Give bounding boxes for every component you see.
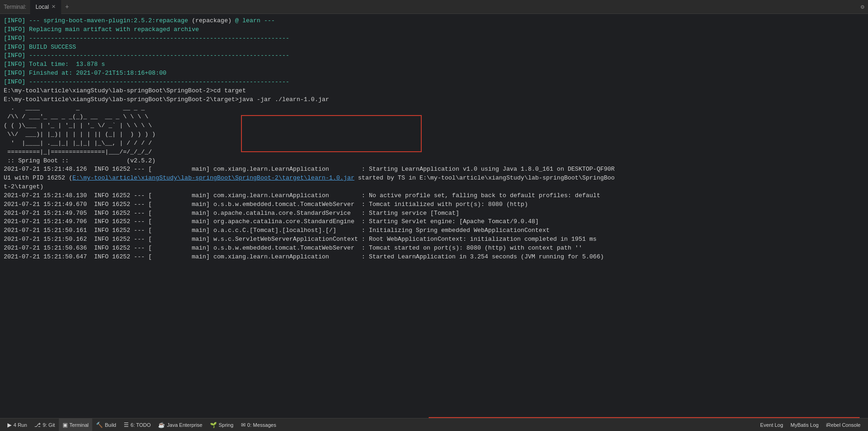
tab-add-button[interactable]: + bbox=[61, 3, 72, 11]
terminal-line: 2021-07-21 15:21:48.126 INFO 16252 --- [… bbox=[4, 165, 864, 174]
terminal-text: [INFO] ---------------------------------… bbox=[4, 52, 289, 59]
status-icon: 🌱 bbox=[210, 422, 217, 428]
terminal-text: \\/ ___)| |_)| | | | | || (_| | ) ) ) ) bbox=[4, 131, 156, 138]
terminal-line: 2021-07-21 15:21:50.161 INFO 16252 --- [… bbox=[4, 226, 864, 235]
status-icon: ⎇ bbox=[34, 422, 41, 428]
terminal-text: t-2\target) bbox=[4, 183, 44, 190]
status-icon: ☕ bbox=[158, 422, 165, 428]
terminal-text: [INFO] Finished at: 2021-07-21T15:18:16+… bbox=[4, 70, 166, 77]
terminal-line: . ____ _ __ _ _ bbox=[4, 104, 864, 113]
terminal-text: [INFO] Total time: 13.878 s bbox=[4, 61, 105, 68]
terminal-text: @ bbox=[232, 17, 242, 24]
status-icon: ✉ bbox=[241, 422, 246, 428]
terminal-line: [INFO] --- spring-boot-maven-plugin:2.5.… bbox=[4, 17, 864, 26]
status-label: 0: Messages bbox=[247, 422, 276, 428]
terminal-line: =========|_|===============|___/=/_/_/_/ bbox=[4, 148, 864, 157]
terminal-text: 2021-07-21 15:21:49.706 INFO 16252 --- [… bbox=[4, 218, 539, 225]
status-label: Terminal bbox=[70, 422, 89, 428]
terminal-line: [INFO] Total time: 13.878 s bbox=[4, 60, 864, 69]
terminal-text: learn bbox=[242, 17, 260, 24]
status-item-build[interactable]: 🔨Build bbox=[92, 418, 120, 431]
terminal-label: Terminal: bbox=[0, 4, 30, 10]
terminal-line: 2021-07-21 15:21:49.705 INFO 16252 --- [… bbox=[4, 209, 864, 218]
terminal-line: /\\ / ___'_ __ _ _(_)_ __ __ _ \ \ \ \ bbox=[4, 113, 864, 122]
terminal-text: [INFO] --- spring-boot-maven-plugin:2.5.… bbox=[4, 17, 192, 24]
status-right-item-mybatis-log[interactable]: MyBatis Log bbox=[787, 418, 823, 431]
settings-icon[interactable]: ⚙ bbox=[861, 3, 868, 11]
terminal-line: ' |____| .__|_| |_|_| |_\__, | / / / / bbox=[4, 139, 864, 148]
tab-local-label: Local bbox=[36, 4, 49, 10]
terminal-line: [INFO] ---------------------------------… bbox=[4, 78, 864, 87]
terminal-line: [INFO] BUILD SUCCESS bbox=[4, 43, 864, 52]
tab-close-icon[interactable]: ✕ bbox=[51, 4, 56, 10]
terminal-line: \\/ ___)| |_)| | | | | || (_| | ) ) ) ) bbox=[4, 130, 864, 139]
status-label: Spring bbox=[219, 422, 234, 428]
terminal-text: started by TS in E:\my-tool\article\xian… bbox=[355, 174, 615, 181]
terminal-line: 2021-07-21 15:21:50.647 INFO 16252 --- [… bbox=[4, 253, 864, 262]
terminal-line: 2021-07-21 15:21:48.130 INFO 16252 --- [… bbox=[4, 192, 864, 200]
terminal-line: E:\my-tool\article\xiangStudy\lab-spring… bbox=[4, 96, 864, 104]
terminal-text: 2021-07-21 15:21:48.126 INFO 16252 --- [… bbox=[4, 166, 615, 173]
terminal-text: (repackage) bbox=[192, 17, 232, 24]
terminal-text: ( ( )\___ | '_ | '_| | '_ \/ _` | \ \ \ … bbox=[4, 122, 152, 129]
status-item-6--todo[interactable]: ☰6: TODO bbox=[120, 418, 155, 431]
terminal-text: BUILD SUCCESS bbox=[29, 44, 76, 51]
terminal-line: :: Spring Boot :: (v2.5.2) bbox=[4, 157, 864, 166]
terminal-text: --- bbox=[260, 17, 275, 24]
status-label: 6: TODO bbox=[131, 422, 151, 428]
status-icon: ▣ bbox=[63, 422, 68, 428]
status-right-item-irebel-console[interactable]: iRebel Console bbox=[822, 418, 864, 431]
terminal-text: E:\my-tool\article\xiangStudy\lab-spring… bbox=[72, 174, 355, 181]
highlight-box-started bbox=[429, 417, 860, 418]
status-right-item-event-log[interactable]: Event Log bbox=[756, 418, 787, 431]
status-icon: ▶ bbox=[7, 422, 12, 428]
status-label: Java Enterprise bbox=[167, 422, 202, 428]
terminal-text: 2021-07-21 15:21:50.162 INFO 16252 --- [… bbox=[4, 236, 596, 243]
terminal-text: E:\my-tool\article\xiangStudy\lab-spring… bbox=[4, 96, 329, 103]
status-item-9--git[interactable]: ⎇9: Git bbox=[31, 418, 58, 431]
terminal-area: [INFO] --- spring-boot-maven-plugin:2.5.… bbox=[0, 14, 868, 418]
terminal-text: . ____ _ __ _ _ bbox=[4, 104, 145, 111]
terminal-line: U1 with PID 16252 (E:\my-tool\article\xi… bbox=[4, 174, 864, 183]
terminal-text: 2021-07-21 15:21:49.670 INFO 16252 --- [… bbox=[4, 201, 528, 208]
terminal-text: [INFO] ---------------------------------… bbox=[4, 78, 289, 85]
terminal-line: [INFO] ---------------------------------… bbox=[4, 34, 864, 43]
status-right: Event LogMyBatis LogiRebel Console bbox=[756, 418, 864, 431]
status-item-java-enterprise[interactable]: ☕Java Enterprise bbox=[154, 418, 206, 431]
status-icon: 🔨 bbox=[96, 422, 103, 428]
status-bar: ▶4 Run⎇9: Git▣Terminal🔨Build☰6: TODO☕Jav… bbox=[0, 418, 868, 431]
terminal-text: [INFO] Replacing main artifact with repa… bbox=[4, 26, 199, 33]
terminal-line: 2021-07-21 15:21:49.670 INFO 16252 --- [… bbox=[4, 200, 864, 209]
terminal-text: ' |____| .__|_| |_|_| |_\__, | / / / / bbox=[4, 140, 152, 147]
terminal-line: ( ( )\___ | '_ | '_| | '_ \/ _` | \ \ \ … bbox=[4, 122, 864, 130]
status-item-terminal[interactable]: ▣Terminal bbox=[59, 418, 93, 431]
terminal-line: 2021-07-21 15:21:49.706 INFO 16252 --- [… bbox=[4, 218, 864, 226]
tab-local[interactable]: Local ✕ bbox=[30, 0, 62, 14]
terminal-text: :: Spring Boot :: (v2.5.2) bbox=[4, 157, 156, 164]
status-item-4-run[interactable]: ▶4 Run bbox=[4, 418, 31, 431]
terminal-text: /\\ / ___'_ __ _ _(_)_ __ __ _ \ \ \ \ bbox=[4, 113, 148, 120]
terminal-text: U1 with PID 16252 ( bbox=[4, 174, 72, 181]
terminal-line: [INFO] Replacing main artifact with repa… bbox=[4, 26, 864, 34]
status-item-spring[interactable]: 🌱Spring bbox=[206, 418, 237, 431]
terminal-line: 2021-07-21 15:21:50.636 INFO 16252 --- [… bbox=[4, 244, 864, 253]
terminal-line: E:\my-tool\article\xiangStudy\lab-spring… bbox=[4, 87, 864, 96]
terminal-line: 2021-07-21 15:21:50.162 INFO 16252 --- [… bbox=[4, 235, 864, 244]
terminal-text: 2021-07-21 15:21:50.647 INFO 16252 --- [… bbox=[4, 253, 604, 260]
terminal-text: 2021-07-21 15:21:50.161 INFO 16252 --- [… bbox=[4, 227, 550, 234]
tab-bar: Terminal: Local ✕ + ⚙ bbox=[0, 0, 868, 14]
terminal-text: =========|_|===============|___/=/_/_/_/ bbox=[4, 148, 152, 155]
status-label: 4 Run bbox=[13, 422, 27, 428]
terminal-text: [INFO] ---------------------------------… bbox=[4, 35, 289, 42]
terminal-text: 2021-07-21 15:21:50.636 INFO 16252 --- [… bbox=[4, 244, 582, 251]
terminal-text: E:\my-tool\article\xiangStudy\lab-spring… bbox=[4, 87, 246, 94]
terminal-text: 2021-07-21 15:21:48.130 INFO 16252 --- [… bbox=[4, 192, 600, 199]
terminal-line: t-2\target) bbox=[4, 183, 864, 192]
status-label: Build bbox=[105, 422, 116, 428]
terminal-line: [INFO] ---------------------------------… bbox=[4, 51, 864, 60]
status-item-0--messages[interactable]: ✉0: Messages bbox=[237, 418, 280, 431]
status-left: ▶4 Run⎇9: Git▣Terminal🔨Build☰6: TODO☕Jav… bbox=[4, 418, 280, 431]
terminal-line: [INFO] Finished at: 2021-07-21T15:18:16+… bbox=[4, 69, 864, 78]
terminal-output: [INFO] --- spring-boot-maven-plugin:2.5.… bbox=[4, 17, 864, 262]
terminal-text: 2021-07-21 15:21:49.705 INFO 16252 --- [… bbox=[4, 210, 459, 217]
